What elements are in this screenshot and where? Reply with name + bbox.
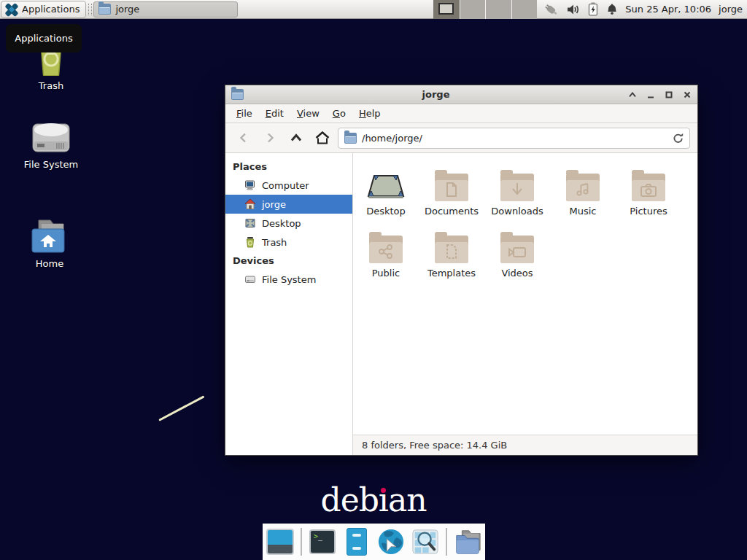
show-desktop-button[interactable] [266,528,294,556]
menu-edit[interactable]: Edit [259,106,290,121]
top-panel: Applications jorge [0,0,747,19]
back-button[interactable] [233,128,255,148]
notification-bell-icon[interactable] [606,3,618,15]
folder-tile-public[interactable]: Public [353,225,419,279]
drive-icon [244,273,256,285]
down-arrow-glyph [510,182,525,198]
sidebar-item-computer[interactable]: Computer [225,176,352,195]
folder-icon [231,89,244,100]
folder-label: Documents [425,206,479,217]
app-finder-launcher[interactable] [411,528,439,556]
file-cabinet-icon [347,528,367,556]
folder-icon [435,236,468,263]
tasklist-handle[interactable] [88,4,92,15]
up-icon [290,133,303,143]
battery-charging-icon[interactable] [588,2,598,16]
desktop-icon [244,217,256,229]
menu-go[interactable]: Go [326,106,352,121]
music-notes-glyph [576,182,590,198]
folder-label: Videos [501,268,533,279]
sidebar-item-jorge[interactable]: jorge [225,195,352,214]
taskbar-window-label: jorge [115,4,139,15]
system-tray [543,2,618,17]
screen-artifact-line [158,395,204,421]
video-camera-glyph [508,246,527,259]
sidebar-item-file-system[interactable]: File System [225,270,352,289]
sidebar-item-label: Desktop [262,218,301,229]
directory-menu-icon [454,529,481,555]
sidebar-item-desktop[interactable]: Desktop [225,214,352,233]
sidebar-item-label: Trash [262,237,287,248]
folder-tile-templates[interactable]: Templates [419,225,484,279]
reload-icon[interactable] [673,133,684,144]
file-manager-launcher[interactable] [343,528,371,556]
folder-icon [632,174,665,201]
bottom-dock: >_ [263,524,485,560]
path-bar[interactable]: /home/jorge/ [338,128,690,149]
folder-tile-pictures[interactable]: Pictures [616,163,681,217]
menubar: File Edit View Go Help [225,104,697,123]
sidebar-item-label: File System [262,274,316,285]
applications-menu-button[interactable]: Applications [1,1,86,18]
folder-tile-downloads[interactable]: Downloads [484,163,550,217]
shade-icon[interactable] [628,90,637,99]
menu-help[interactable]: Help [352,106,387,121]
menu-file[interactable]: File [230,106,259,121]
sidebar-header-devices: Devices [225,252,352,270]
forward-button[interactable] [259,128,281,148]
directory-menu-launcher[interactable] [454,528,481,556]
workspace-4[interactable] [511,0,538,19]
terminal-launcher[interactable]: >_ [309,528,336,556]
session-user-menu[interactable]: jorge [719,4,743,15]
web-browser-launcher[interactable] [377,528,405,556]
dock-separator [301,528,302,556]
dock-separator [446,528,447,556]
folder-label: Templates [427,268,476,279]
power-plug-icon[interactable] [543,2,559,17]
home-folder-icon [4,214,95,254]
menu-view[interactable]: View [290,106,326,121]
debian-logo-text: ı [379,481,388,518]
window-titlebar[interactable]: jorge [225,85,697,104]
folder-tile-desktop[interactable]: Desktop [353,163,419,217]
statusbar-text: 8 folders, Free space: 14.4 GiB [362,440,507,451]
terminal-icon: >_ [309,529,336,554]
sidebar-item-trash[interactable]: Trash [225,233,352,252]
camera-glyph [640,183,657,198]
xfce-pinwheel-icon [5,3,18,16]
desktop-icon-file-system[interactable]: File System [6,115,96,170]
file-icon-view: Desktop Documents [353,153,697,435]
debian-logo-text: deb [320,481,378,518]
workspace-1[interactable] [433,0,460,19]
path-input[interactable]: /home/jorge/ [362,133,667,144]
maximize-icon[interactable] [665,90,673,99]
desktop-mat-icon [366,163,406,201]
home-button[interactable] [311,128,333,148]
trash-icon [244,236,256,248]
desktop-icon-home[interactable]: Home [4,214,95,269]
workspace-2[interactable] [460,0,486,19]
folder-label: Music [570,206,597,217]
show-desktop-icon [266,529,294,555]
computer-icon [244,179,256,191]
folder-tile-music[interactable]: Music [550,163,616,217]
taskbar-window-button[interactable]: jorge [93,1,238,18]
folder-icon [344,133,357,144]
sidebar-header-places: Places [225,158,352,176]
folder-label: Pictures [630,206,667,217]
harddrive-icon [6,115,96,155]
folder-tile-documents[interactable]: Documents [419,163,484,217]
folder-icon [369,236,403,263]
minimize-icon[interactable] [646,90,655,99]
up-button[interactable] [285,128,307,148]
desktop-icon-label: Trash [6,80,96,91]
folder-tile-videos[interactable]: Videos [484,225,550,279]
folder-label: Downloads [491,206,543,217]
workspace-3[interactable] [485,0,511,19]
close-icon[interactable] [683,90,692,99]
workspace-switcher[interactable] [433,0,537,19]
desktop: Applications jorge [0,0,747,560]
volume-icon[interactable] [567,4,580,15]
folder-icon [566,174,600,201]
panel-clock[interactable]: Sun 25 Apr, 10:06 [625,4,711,15]
